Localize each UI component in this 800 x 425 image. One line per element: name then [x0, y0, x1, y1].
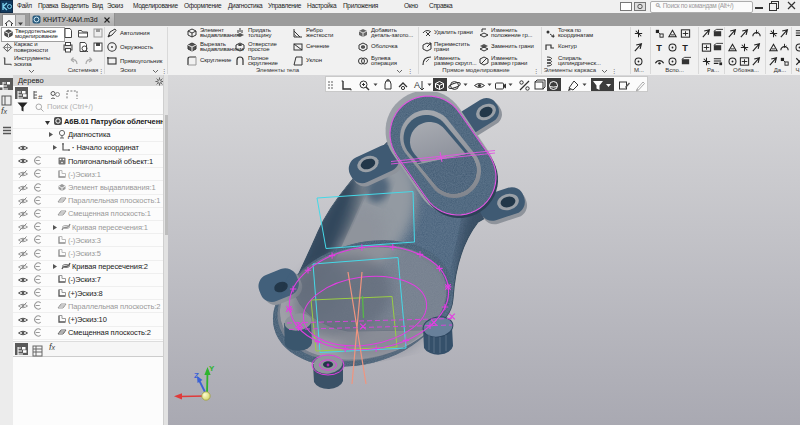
svg-text:A: A: [414, 80, 420, 90]
svg-text:T: T: [656, 43, 662, 53]
svg-text:Z: Z: [194, 371, 199, 380]
svg-text:T: T: [682, 43, 688, 53]
svg-text:Y: Y: [209, 364, 215, 373]
